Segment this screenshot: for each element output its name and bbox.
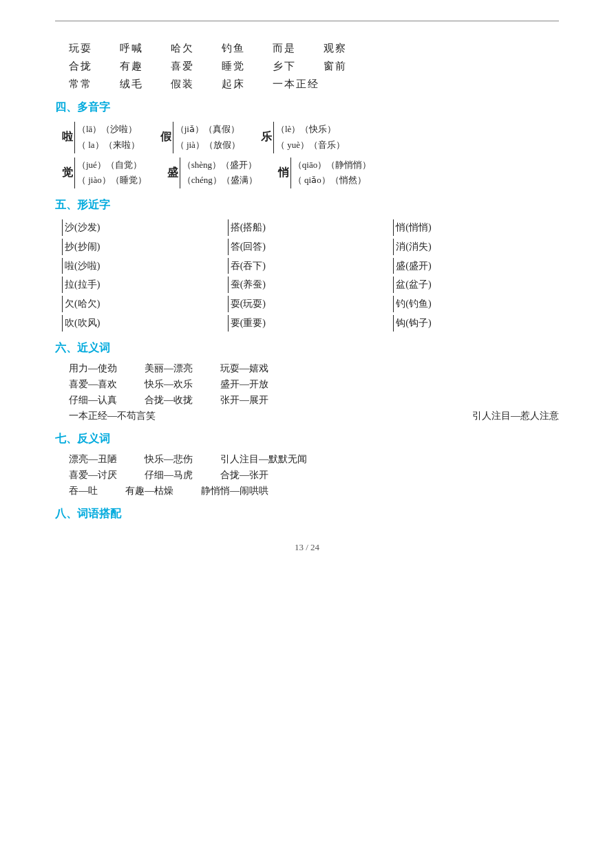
synonym-pair: 仔细—认真 (69, 394, 117, 406)
similar-group: 盆(盆子) (393, 276, 559, 293)
poly-la-bottom: （ la）（来啦） (77, 138, 140, 153)
similar-item: 吹(吹风) (65, 315, 100, 332)
word-item: 观察 (324, 42, 347, 55)
poly-jue-bottom: （ jiào）（睡觉） (77, 173, 147, 188)
similar-group: 答(回答) (228, 239, 394, 255)
poly-la-top: （lā）（沙啦） (77, 122, 140, 138)
similar-item: 吞(吞下) (231, 258, 266, 274)
synonym-pair: 引人注目—惹人注意 (472, 410, 559, 422)
antonym-pair: 引人注目—默默无闻 (220, 453, 307, 466)
synonym-section-title: 六、近义词 (55, 341, 559, 356)
poly-le-bottom: （ yuè）（音乐） (276, 138, 345, 153)
antonym-pair: 漂亮—丑陋 (69, 453, 117, 466)
poly-section-title: 四、多音字 (55, 100, 559, 115)
word-item: 而是 (273, 42, 296, 55)
synonym-pair: 玩耍—嬉戏 (220, 362, 268, 375)
poly-section: 啦 （lā）（沙啦） （ la）（来啦） 假 （jiǎ）（真假） （ jià）（… (62, 122, 559, 188)
word-grid-section: 玩耍 呼喊 哈欠 钓鱼 而是 观察 合拢 有趣 喜爱 睡觉 乡下 窗前 常常 绒… (69, 42, 559, 91)
poly-char-qiao: 悄 (278, 166, 289, 180)
similar-item: 答(回答) (231, 239, 266, 255)
synonym-pair: 盛开—开放 (220, 378, 268, 391)
word-item: 绒毛 (120, 78, 143, 91)
poly-le-top: （lè）（快乐） (276, 122, 345, 138)
similar-item: 钓(钓鱼) (396, 296, 431, 312)
similar-group: 啦(沙啦) (62, 258, 228, 274)
word-item: 呼喊 (120, 42, 143, 55)
antonym-pair: 仔细—马虎 (145, 469, 193, 481)
page: 玩耍 呼喊 哈欠 钓鱼 而是 观察 合拢 有趣 喜爱 睡觉 乡下 窗前 常常 绒… (0, 0, 614, 868)
word-item: 起床 (222, 78, 245, 91)
poly-char-le: 乐 (261, 130, 272, 144)
similar-group: 耍(玩耍) (228, 296, 394, 312)
synonym-pair: 用力—使劲 (69, 362, 117, 375)
synonym-pair (183, 410, 445, 422)
word-item: 窗前 (324, 60, 347, 73)
similar-group: 沙(沙发) (62, 219, 228, 236)
poly-jia-top: （jiǎ）（真假） (176, 122, 240, 138)
antonym-pair: 静悄悄—闹哄哄 (201, 485, 268, 497)
synonym-section: 用力—使劲 美丽—漂亮 玩耍—嬉戏 喜爱—喜欢 快乐—欢乐 盛开—开放 仔细—认… (69, 362, 559, 422)
word-item: 钓鱼 (222, 42, 245, 55)
similar-item: 消(消失) (396, 239, 431, 255)
antonym-section: 漂亮—丑陋 快乐—悲伤 引人注目—默默无闻 喜爱—讨厌 仔细—马虎 合拢—张开 … (69, 453, 559, 497)
synonym-row: 一本正经—不苟言笑 引人注目—惹人注意 (69, 410, 559, 422)
similar-item: 沙(沙发) (65, 219, 100, 236)
similar-item: 盛(盛开) (396, 258, 431, 274)
similar-item: 拉(拉手) (65, 276, 100, 293)
similar-group: 欠(哈欠) (62, 296, 228, 312)
poly-char-sheng: 盛 (167, 166, 178, 180)
collocation-section-title: 八、词语搭配 (55, 507, 559, 521)
similar-item: 搭(搭船) (231, 219, 266, 236)
similar-item: 抄(抄闹) (65, 239, 100, 255)
similar-item: 悄(悄悄) (396, 219, 431, 236)
poly-jia-bottom: （ jià）（放假） (176, 138, 240, 153)
poly-char-la: 啦 (62, 130, 73, 144)
similar-item: 钩(钩子) (396, 315, 431, 332)
word-item: 乡下 (273, 60, 296, 73)
word-item: 睡觉 (222, 60, 245, 73)
word-item: 玩耍 (69, 42, 92, 55)
similar-item: 蚕(养蚕) (231, 276, 266, 293)
antonym-pair: 快乐—悲伤 (145, 453, 193, 466)
synonym-pair: 美丽—漂亮 (145, 362, 193, 375)
poly-char-jue: 觉 (62, 166, 73, 180)
word-item: 常常 (69, 78, 92, 91)
word-item: 假装 (171, 78, 194, 91)
synonym-pair: 一本正经—不苟言笑 (69, 410, 156, 422)
similar-group: 消(消失) (393, 239, 559, 255)
synonym-row: 喜爱—喜欢 快乐—欢乐 盛开—开放 (69, 378, 559, 391)
poly-char-jia: 假 (160, 130, 171, 144)
antonym-pair: 合拢—张开 (220, 469, 268, 481)
similar-item: 欠(哈欠) (65, 296, 100, 312)
similar-group: 拉(拉手) (62, 276, 228, 293)
word-item: 有趣 (120, 60, 143, 73)
synonym-row: 用力—使劲 美丽—漂亮 玩耍—嬉戏 (69, 362, 559, 375)
similar-item: 啦(沙啦) (65, 258, 100, 274)
antonym-row: 漂亮—丑陋 快乐—悲伤 引人注目—默默无闻 (69, 453, 559, 466)
poly-qiao-bottom: （ qiǎo）（悄然） (293, 173, 371, 188)
poly-qiao-top: （qiāo）（静悄悄） (293, 158, 371, 173)
synonym-pair: 合拢—收拢 (145, 394, 193, 406)
word-item: 喜爱 (171, 60, 194, 73)
antonym-section-title: 七、反义词 (55, 432, 559, 446)
synonym-pair: 张开—展开 (220, 394, 268, 406)
similar-item: 盆(盆子) (396, 276, 431, 293)
similar-section: 沙(沙发) 搭(搭船) 悄(悄悄) 抄(抄闹) 答 (62, 219, 559, 332)
synonym-pair: 喜爱—喜欢 (69, 378, 117, 391)
similar-group: 蚕(养蚕) (228, 276, 394, 293)
similar-group: 钩(钩子) (393, 315, 559, 332)
poly-sheng-top: （shèng）（盛开） (182, 158, 257, 173)
similar-section-title: 五、形近字 (55, 198, 559, 213)
similar-group: 钓(钓鱼) (393, 296, 559, 312)
similar-group: 抄(抄闹) (62, 239, 228, 255)
similar-item: 要(重要) (231, 315, 266, 332)
similar-item: 耍(玩耍) (231, 296, 266, 312)
synonym-pair: 快乐—欢乐 (145, 378, 193, 391)
synonym-row: 仔细—认真 合拢—收拢 张开—展开 (69, 394, 559, 406)
antonym-pair: 吞—吐 (69, 485, 98, 497)
word-item: 一本正经 (273, 78, 319, 91)
similar-group: 吹(吹风) (62, 315, 228, 332)
similar-group: 悄(悄悄) (393, 219, 559, 236)
antonym-row: 吞—吐 有趣—枯燥 静悄悄—闹哄哄 (69, 485, 559, 497)
top-divider (55, 21, 559, 21)
